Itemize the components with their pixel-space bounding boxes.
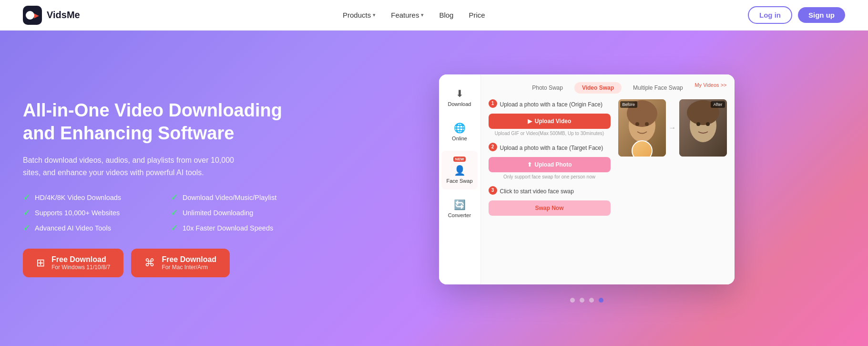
logo-inner — [26, 11, 34, 20]
download-mac-button[interactable]: ⌘ Free Download For Mac Inter/Arm — [131, 249, 230, 277]
feature-item: ✓ Unlimited Downloading — [171, 208, 299, 218]
login-button[interactable]: Log in — [748, 6, 792, 24]
feature-label: HD/4K/8K Video Downloads — [35, 194, 121, 201]
svg-point-3 — [635, 122, 639, 126]
upload-video-note: Upload GIF or Video(Max 500MB, Up to 30m… — [489, 131, 611, 136]
sidebar-item-converter[interactable]: 🔄 Converter — [441, 193, 478, 224]
new-badge: NEW — [453, 157, 466, 162]
mac-icon: ⌘ — [144, 257, 155, 269]
dl-mac-title: Free Download — [162, 255, 216, 264]
logo-icon — [23, 6, 42, 25]
download-icon: ⬇ — [456, 88, 464, 99]
nav-features[interactable]: Features ▾ — [391, 11, 424, 19]
check-icon: ✓ — [23, 208, 30, 218]
hero-title: All-in-One Video Downloading and Enhanci… — [23, 99, 299, 145]
dl-mac-sub: For Mac Inter/Arm — [162, 264, 216, 271]
tab-video-swap[interactable]: Video Swap — [574, 82, 622, 94]
download-buttons: ⊞ Free Download For Windows 11/10/8/7 ⌘ … — [23, 249, 299, 277]
hero-right: ⬇ Download 🌐 Online NEW 👤 Face Swap 🔄 — [328, 74, 845, 303]
svg-point-8 — [696, 122, 700, 126]
nav-products[interactable]: Products ▾ — [343, 11, 376, 19]
face-preview: Before — [618, 99, 727, 157]
upload-photo-icon: ⬆ — [527, 161, 532, 168]
navbar: VidsMe Products ▾ Features ▾ Blog Price … — [0, 0, 868, 31]
check-icon: ✓ — [171, 208, 178, 218]
step-number-1: 1 — [489, 99, 497, 108]
feature-label: 10x Faster Download Speeds — [183, 224, 273, 232]
feature-label: Unlimited Downloading — [183, 209, 253, 217]
feature-label: Supports 10,000+ Websites — [35, 209, 120, 217]
dl-windows-title: Free Download — [51, 255, 110, 264]
app-mockup: ⬇ Download 🌐 Online NEW 👤 Face Swap 🔄 — [439, 74, 735, 284]
tab-multiple-face-swap[interactable]: Multiple Face Swap — [625, 82, 691, 94]
check-icon: ✓ — [23, 223, 30, 233]
svg-point-4 — [645, 122, 649, 126]
after-badge: After — [711, 101, 725, 108]
upload-video-icon: ▶ — [528, 118, 532, 125]
logo[interactable]: VidsMe — [23, 6, 80, 25]
svg-point-9 — [706, 122, 710, 126]
step-3: 3 Click to start video face swap Swap No… — [489, 186, 611, 216]
nav-links: Products ▾ Features ▾ Blog Price — [343, 11, 485, 19]
online-icon: 🌐 — [454, 122, 466, 134]
nav-blog[interactable]: Blog — [439, 11, 453, 19]
check-icon: ✓ — [23, 192, 30, 203]
dot-2[interactable] — [580, 298, 584, 303]
app-sidebar: ⬇ Download 🌐 Online NEW 👤 Face Swap 🔄 — [439, 74, 481, 284]
upload-section: 1 Upload a photo with a face (Origin Fac… — [489, 99, 727, 222]
app-tabs: Photo Swap Video Swap Multiple Face Swap — [489, 82, 727, 94]
nav-price[interactable]: Price — [469, 11, 485, 19]
feature-item: ✓ Download Video/Music/Playlist — [171, 192, 299, 203]
arrow-icon: → — [669, 124, 676, 132]
chevron-down-icon: ▾ — [421, 12, 424, 18]
chevron-down-icon: ▾ — [373, 12, 376, 18]
converter-icon: 🔄 — [454, 199, 466, 210]
tab-photo-swap[interactable]: Photo Swap — [524, 82, 571, 94]
dot-1[interactable] — [570, 298, 575, 303]
hero-subtitle: Batch download videos, audios, and playl… — [23, 154, 252, 178]
sidebar-item-online[interactable]: 🌐 Online — [441, 116, 478, 147]
sidebar-item-faceswap[interactable]: NEW 👤 Face Swap — [441, 151, 478, 189]
app-main: Photo Swap Video Swap Multiple Face Swap… — [481, 74, 735, 284]
before-badge: Before — [620, 101, 638, 108]
step-1: 1 Upload a photo with a face (Origin Fac… — [489, 99, 611, 136]
upload-steps: 1 Upload a photo with a face (Origin Fac… — [489, 99, 611, 222]
upload-photo-note: Only support face swap for one person no… — [489, 174, 611, 179]
dl-windows-sub: For Windows 11/10/8/7 — [51, 264, 110, 271]
feature-label: Download Video/Music/Playlist — [183, 194, 276, 201]
check-icon: ✓ — [171, 223, 178, 233]
sidebar-item-download[interactable]: ⬇ Download — [441, 82, 478, 113]
preview-pair: Before — [618, 99, 727, 157]
check-icon: ✓ — [171, 192, 178, 203]
nav-actions: Log in Sign up — [748, 6, 845, 24]
upload-video-button[interactable]: ▶ Upload Video — [489, 114, 611, 129]
upload-photo-button[interactable]: ⬆ Upload Photo — [489, 157, 611, 172]
feature-item: ✓ HD/4K/8K Video Downloads — [23, 192, 152, 203]
hero-section: All-in-One Video Downloading and Enhanci… — [0, 31, 868, 346]
dot-4[interactable] — [599, 298, 603, 303]
windows-icon: ⊞ — [36, 257, 45, 269]
feature-item: ✓ Advanced AI Video Tools — [23, 223, 152, 233]
my-videos-link[interactable]: My Videos >> — [694, 82, 726, 88]
swap-now-button[interactable]: Swap Now — [489, 200, 611, 216]
feature-label: Advanced AI Video Tools — [35, 224, 111, 232]
step-number-2: 2 — [489, 143, 497, 151]
signup-button[interactable]: Sign up — [798, 7, 845, 23]
feature-item: ✓ 10x Faster Download Speeds — [171, 223, 299, 233]
features-grid: ✓ HD/4K/8K Video Downloads ✓ Download Vi… — [23, 192, 299, 233]
before-image: Before — [618, 99, 666, 157]
carousel-dots — [570, 298, 603, 303]
step-number-3: 3 — [489, 186, 497, 195]
feature-item: ✓ Supports 10,000+ Websites — [23, 208, 152, 218]
step-2: 2 Upload a photo with a face (Target Fac… — [489, 143, 611, 179]
logo-text: VidsMe — [47, 10, 80, 21]
download-windows-button[interactable]: ⊞ Free Download For Windows 11/10/8/7 — [23, 249, 123, 277]
after-image: After — [679, 99, 727, 157]
hero-left: All-in-One Video Downloading and Enhanci… — [23, 99, 299, 277]
dot-3[interactable] — [589, 298, 594, 303]
faceswap-icon: 👤 — [454, 165, 466, 176]
